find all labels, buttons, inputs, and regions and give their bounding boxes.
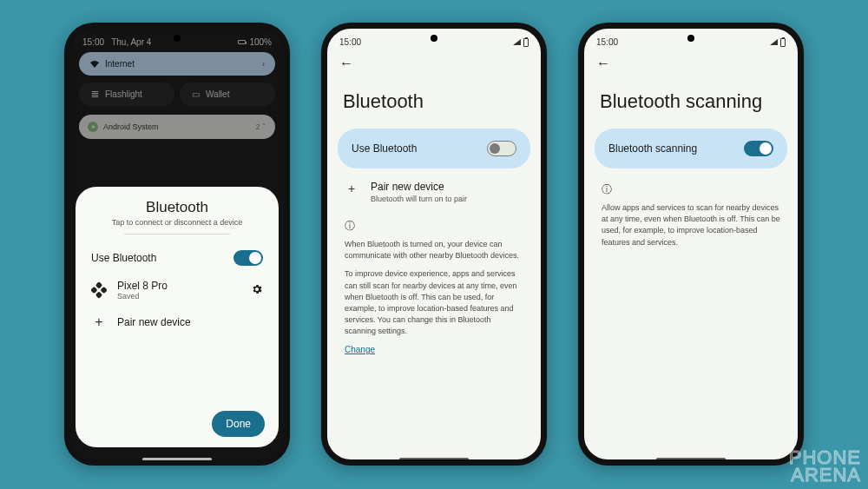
phone-3: 15:00 ← Bluetooth scanning Bluetooth sca… <box>578 23 804 466</box>
camera-cutout <box>174 35 181 42</box>
signal-icon <box>770 39 778 45</box>
watermark: PHONEARENA <box>789 449 861 484</box>
bluetooth-bottom-sheet: Bluetooth Tap to connect or disconnect a… <box>76 187 279 447</box>
gesture-bar[interactable] <box>399 458 469 460</box>
use-bluetooth-label: Use Bluetooth <box>352 142 417 155</box>
camera-cutout <box>431 35 437 42</box>
divider <box>124 234 229 235</box>
pair-subtitle: Bluetooth will turn on to pair <box>371 195 467 203</box>
back-button[interactable]: ← <box>327 50 541 71</box>
back-button[interactable]: ← <box>584 50 798 71</box>
phone-1: 15:00 Thu, Apr 4 100% Internet › <box>64 23 290 466</box>
sheet-title: Bluetooth <box>89 199 265 216</box>
page-title: Bluetooth <box>327 71 541 129</box>
info-paragraph-1: When Bluetooth is turned on, your device… <box>345 239 523 261</box>
use-bluetooth-toggle[interactable] <box>233 250 263 266</box>
info-paragraph: Allow apps and services to scan for near… <box>602 202 780 248</box>
use-bluetooth-label: Use Bluetooth <box>91 252 223 264</box>
battery-icon <box>523 38 529 47</box>
plus-icon: + <box>345 181 358 203</box>
device-status: Saved <box>117 292 240 301</box>
arrow-left-icon: ← <box>339 56 353 70</box>
pair-title: Pair new device <box>371 181 467 193</box>
done-label: Done <box>226 418 251 430</box>
change-link[interactable]: Change <box>345 345 375 354</box>
phone-2: 15:00 ← Bluetooth Use Bluetooth + Pair n… <box>321 23 547 466</box>
info-block: ⓘ Allow apps and services to scan for ne… <box>584 179 798 259</box>
device-name: Pixel 8 Pro <box>117 280 240 292</box>
info-icon: ⓘ <box>345 219 523 234</box>
pair-new-device-row[interactable]: + Pair new device <box>89 307 265 337</box>
pair-new-device-row[interactable]: + Pair new device Bluetooth will turn on… <box>327 169 541 215</box>
battery-icon <box>780 38 786 47</box>
gesture-bar[interactable] <box>142 458 212 460</box>
info-block: ⓘ When Bluetooth is turned on, your devi… <box>327 215 541 360</box>
status-time: 15:00 <box>339 37 361 47</box>
signal-icon <box>513 39 521 45</box>
use-bluetooth-toggle[interactable] <box>487 141 516 156</box>
status-time: 15:00 <box>596 37 618 47</box>
use-bluetooth-card[interactable]: Use Bluetooth <box>338 129 530 169</box>
use-bluetooth-row[interactable]: Use Bluetooth <box>89 243 265 273</box>
camera-cutout <box>687 35 694 42</box>
page-title: Bluetooth scanning <box>584 71 798 129</box>
bluetooth-scanning-card[interactable]: Bluetooth scanning <box>595 129 787 169</box>
info-paragraph-2: To improve device experience, apps and s… <box>345 268 523 336</box>
arrow-left-icon: ← <box>596 56 610 70</box>
done-button[interactable]: Done <box>212 411 265 437</box>
device-icon <box>91 284 107 296</box>
info-icon: ⓘ <box>602 182 780 197</box>
gear-icon[interactable] <box>251 283 263 298</box>
device-row[interactable]: Pixel 8 Pro Saved <box>89 273 265 307</box>
plus-icon: + <box>91 314 107 330</box>
bluetooth-scanning-label: Bluetooth scanning <box>608 142 697 155</box>
gesture-bar[interactable] <box>656 458 726 460</box>
bluetooth-scanning-toggle[interactable] <box>744 141 773 156</box>
sheet-subtitle: Tap to connect or disconnect a device <box>89 218 265 227</box>
pair-label: Pair new device <box>117 316 263 328</box>
